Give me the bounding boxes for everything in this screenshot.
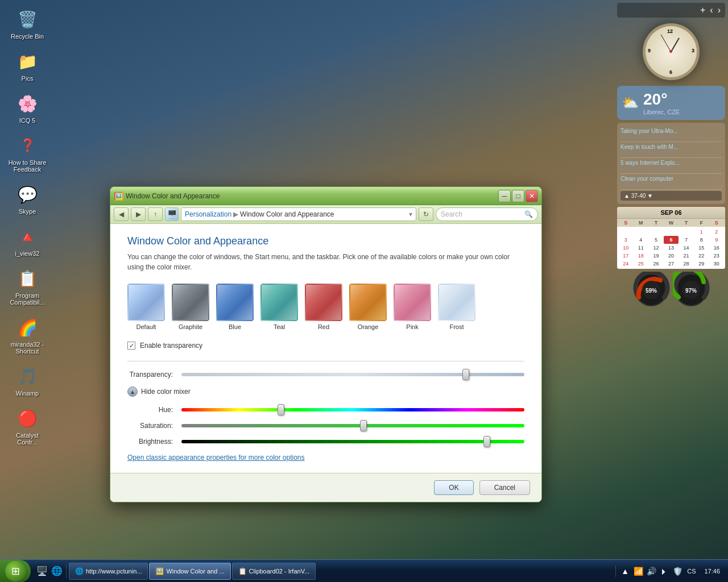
cal-cell[interactable]: 21 [679, 252, 694, 260]
swatch-teal[interactable]: Teal [260, 284, 298, 330]
cal-cell[interactable]: 25 [634, 260, 649, 268]
back-button[interactable]: ◀ [114, 207, 129, 221]
tray-security-icon[interactable]: 🛡️ [672, 566, 683, 577]
transparency-label[interactable]: Enable transparency [140, 342, 202, 350]
news-item-2[interactable]: Keep in touch with M... Microsoft... Tue… [621, 142, 722, 158]
desktop-icon-winamp[interactable]: 🎵 Winamp [6, 363, 49, 399]
cancel-button[interactable]: Cancel [479, 480, 530, 495]
swatch-pink[interactable]: Pink [394, 284, 431, 330]
breadcrumb-root[interactable]: Personalization [185, 210, 231, 218]
cal-cell[interactable]: 19 [648, 252, 664, 260]
address-icon[interactable]: 🖥️ [165, 207, 179, 221]
close-button[interactable]: ✕ [526, 190, 538, 202]
cal-cell[interactable]: 12 [648, 244, 664, 252]
saturation-slider-track[interactable] [181, 424, 524, 427]
gadget-nav-prev[interactable]: ‹ [710, 5, 713, 15]
cal-cell[interactable]: 26 [648, 260, 664, 268]
cal-cell[interactable]: 20 [664, 252, 679, 260]
search-bar[interactable]: Search 🔍 [436, 207, 538, 221]
news-item-3[interactable]: 5 ways Internet Explo... Microsoft... Tu… [621, 158, 722, 174]
cal-cell[interactable]: 8 [694, 236, 709, 244]
cal-cell[interactable]: 7 [679, 236, 694, 244]
maximize-button[interactable]: □ [512, 190, 524, 202]
cal-cell[interactable]: 29 [694, 260, 709, 268]
desktop-icon-program-compat[interactable]: 📋 Program Compatibil... [6, 265, 49, 308]
transparency-checkbox[interactable] [127, 342, 135, 350]
desktop-icon-iview32[interactable]: 🔺 i_view32 [6, 223, 49, 259]
tray-network-icon[interactable]: 📶 [632, 566, 644, 577]
cal-cell[interactable]: 2 [709, 228, 724, 236]
brightness-slider-track[interactable] [181, 440, 524, 443]
swatch-graphite[interactable]: Graphite [172, 284, 209, 330]
swatch-blue[interactable]: Blue [216, 284, 254, 330]
cal-cell[interactable]: 13 [664, 244, 679, 252]
cal-cell[interactable] [618, 228, 634, 236]
swatch-orange[interactable]: Orange [349, 284, 387, 330]
desktop-icon-skype[interactable]: 💬 Skype [6, 181, 49, 217]
taskbar-lang[interactable]: CS [685, 568, 698, 575]
transparency-slider-thumb[interactable] [462, 369, 469, 380]
cal-cell[interactable] [664, 228, 679, 236]
refresh-button[interactable]: ↻ [419, 207, 433, 221]
cal-cell[interactable]: 24 [618, 260, 634, 268]
gadget-nav-plus[interactable]: + [700, 5, 705, 15]
cal-cell[interactable]: 28 [679, 260, 694, 268]
cal-cell[interactable]: 9 [709, 236, 724, 244]
desktop-icon-pics[interactable]: 📁 Pics [6, 48, 49, 84]
cal-cell[interactable]: 22 [694, 252, 709, 260]
show-desktop-icon[interactable]: 🖥️ [35, 564, 49, 578]
svg-text:59%: 59% [645, 288, 656, 294]
cal-cell[interactable] [648, 228, 664, 236]
cal-cell[interactable]: 23 [709, 252, 724, 260]
desktop-icon-icq5[interactable]: 🌸 ICQ 5 [6, 90, 49, 126]
cal-cell[interactable]: 1 [694, 228, 709, 236]
ie-icon[interactable]: 🌐 [50, 564, 64, 578]
cal-cell-today[interactable]: 6 [664, 236, 679, 244]
swatch-default[interactable]: Default [127, 284, 165, 330]
swatch-frost[interactable]: Frost [438, 284, 475, 330]
color-mixer-toggle[interactable]: ▲ Hide color mixer [127, 386, 524, 397]
cal-cell[interactable]: 27 [664, 260, 679, 268]
cal-cell[interactable]: 5 [648, 236, 664, 244]
saturation-slider-thumb[interactable] [360, 420, 367, 431]
gadget-nav[interactable]: + ‹ › [617, 3, 725, 18]
cal-cell[interactable]: 30 [709, 260, 724, 268]
cal-cell[interactable]: 3 [618, 236, 634, 244]
cal-cell[interactable]: 10 [618, 244, 634, 252]
gadget-nav-next[interactable]: › [718, 5, 721, 15]
breadcrumb-dropdown[interactable]: ▾ [409, 210, 412, 218]
taskbar-window-color-btn[interactable]: 🖼️ Window Color and ... [149, 563, 230, 580]
cal-cell[interactable]: 16 [709, 244, 724, 252]
up-button[interactable]: ↑ [148, 207, 163, 221]
cal-cell[interactable]: 11 [634, 244, 649, 252]
cal-cell[interactable]: 15 [694, 244, 709, 252]
desktop-icon-feedback[interactable]: ❓ How to Share Feedback [6, 132, 49, 175]
taskbar-url[interactable]: 🌐 http://www.pctunin... [69, 563, 148, 580]
cal-cell[interactable]: 4 [634, 236, 649, 244]
swatch-red[interactable]: Red [305, 284, 342, 330]
tray-audio-icon[interactable]: 🔊 [646, 566, 657, 577]
classic-appearance-link[interactable]: Open classic appearance properties for m… [127, 454, 524, 462]
cal-cell[interactable] [679, 228, 694, 236]
tray-media-icon[interactable]: ⏵ [659, 566, 670, 577]
minimize-button[interactable]: ─ [498, 190, 511, 202]
hue-slider-track[interactable] [181, 408, 524, 411]
forward-button[interactable]: ▶ [131, 207, 146, 221]
desktop-icon-miranda[interactable]: 🌈 miranda32 - Shortcut [6, 314, 49, 357]
hue-slider-thumb[interactable] [278, 404, 284, 415]
taskbar-clipboard-btn[interactable]: 📋 Clipboard02 - IrfanV... [232, 563, 316, 580]
news-item-4[interactable]: Clean your computer Microsoft... Tue May… [621, 174, 722, 190]
transparency-slider-track[interactable] [181, 373, 524, 376]
start-button[interactable]: ⊞ [0, 560, 31, 583]
cal-cell[interactable]: 17 [618, 252, 634, 260]
ok-button[interactable]: OK [434, 480, 473, 495]
news-item-1[interactable]: Taking your Ultra-Mo... Microsoft... Tue… [621, 126, 722, 142]
cal-cell[interactable]: 14 [679, 244, 694, 252]
cal-cell[interactable]: 18 [634, 252, 649, 260]
desktop-icon-catalyst[interactable]: 🔴 Catalyst Contr... [6, 405, 49, 448]
tray-expand-icon[interactable]: ▲ [619, 566, 631, 577]
cal-cell[interactable] [634, 228, 649, 236]
brightness-slider-thumb[interactable] [483, 436, 490, 447]
news-footer[interactable]: ▲ 37-40 ▼ [621, 191, 722, 201]
desktop-icon-recycle-bin[interactable]: 🗑️ Recycle Bin [6, 6, 49, 42]
